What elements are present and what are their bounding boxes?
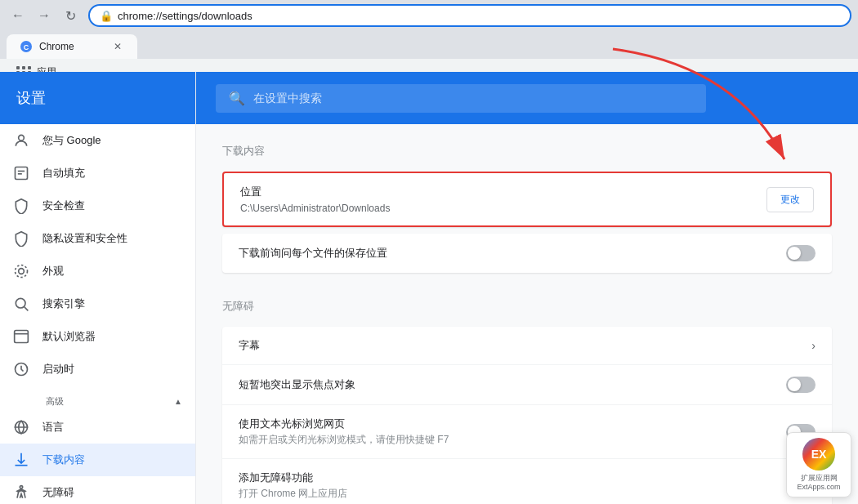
sidebar-item-accessibility[interactable]: 无障碍 [0,476,195,504]
language-icon [13,419,29,435]
highlight-toggle[interactable] [786,377,816,393]
settings-layout: 设置 您与 Google 自动填充 安全检查 [0,72,858,504]
ask-card: 下载前询问每个文件的保存位置 [222,234,832,273]
forward-button[interactable]: → [33,4,56,27]
browser-label: 默认浏览器 [42,329,96,344]
appearance-label: 外观 [42,264,64,279]
search-label: 搜索引擎 [42,297,85,311]
sidebar-item-language[interactable]: 语言 [0,411,195,444]
sidebar-item-appearance[interactable]: 外观 [0,255,195,288]
caret-sublabel: 如需开启或关闭光标浏览模式，请使用快捷键 F7 [239,433,449,447]
sidebar-header: 设置 [0,72,195,124]
settings-header: 🔍 [196,72,858,124]
svg-point-7 [16,265,28,278]
add-info: 添加无障碍功能 打开 Chrome 网上应用店 [239,471,347,501]
address-input[interactable] [118,10,840,22]
sidebar-item-downloads[interactable]: 下载内容 [0,444,195,476]
download-icon [13,452,29,468]
ext-badge-text: 扩展应用网ExtApps.com [797,474,840,492]
section-divider [222,279,832,299]
google-label: 您与 Google [42,133,101,148]
security-icon [13,198,29,214]
add-accessibility-row[interactable]: 添加无障碍功能 打开 Chrome 网上应用店 ⧉ [222,459,832,504]
browser-chrome: ← → ↻ 🔒 C Chrome ✕ [0,0,858,72]
svg-point-2 [19,135,25,140]
location-label: 位置 [240,185,766,199]
caret-row: 使用文本光标浏览网页 如需开启或关闭光标浏览模式，请使用快捷键 F7 [222,405,832,459]
accessibility-card: 字幕 › 短暂地突出显示焦点对象 使用文本光标浏览网页 如需开启或关闭光标浏览模… [222,327,832,504]
language-label: 语言 [42,420,64,435]
search-box[interactable]: 🔍 [216,84,706,113]
captions-row[interactable]: 字幕 › [222,327,832,365]
back-button[interactable]: ← [7,4,29,27]
sidebar-item-google[interactable]: 您与 Google [0,124,195,157]
accessibility-icon [13,484,29,501]
location-path: C:\Users\Administrator\Downloads [240,203,766,214]
captions-label: 字幕 [239,338,260,353]
reload-button[interactable]: ↻ [59,4,82,27]
location-row: 位置 C:\Users\Administrator\Downloads 更改 [224,173,830,225]
ext-apps-badge: EX 扩展应用网ExtApps.com [786,432,851,497]
accessibility-section-title: 无障碍 [222,299,832,314]
add-label: 添加无障碍功能 [239,471,347,485]
downloads-section-title: 下载内容 [222,144,832,158]
tab-favicon: C [20,40,33,53]
svg-point-15 [20,486,22,488]
address-bar[interactable]: 🔒 [88,4,851,27]
privacy-icon [13,230,29,247]
sidebar-title: 设置 [16,88,46,108]
highlight-row: 短暂地突出显示焦点对象 [222,365,832,405]
privacy-label: 隐私设置和安全性 [42,231,127,246]
add-sublabel: 打开 Chrome 网上应用店 [239,487,347,501]
downloads-label: 下载内容 [42,453,85,467]
tab-title: Chrome [39,41,74,52]
search-sidebar-icon [13,296,29,312]
svg-point-6 [19,269,25,274]
caret-label: 使用文本光标浏览网页 [239,417,449,431]
advanced-collapse-icon: ▲ [174,397,182,406]
sidebar-item-autofill[interactable]: 自动填充 [0,157,195,190]
sidebar: 设置 您与 Google 自动填充 安全检查 [0,72,196,504]
sidebar-item-search[interactable]: 搜索引擎 [0,288,195,320]
tab-close-button[interactable]: ✕ [111,40,124,53]
search-input[interactable] [253,91,693,105]
location-info: 位置 C:\Users\Administrator\Downloads [240,185,766,214]
content-area: 下载内容 位置 C:\Users\Administrator\Downloads… [196,124,858,504]
autofill-label: 自动填充 [42,166,85,181]
active-tab[interactable]: C Chrome ✕ [7,34,137,59]
main-content: 🔍 下载内容 位置 C:\Users\Administrator\Downloa… [196,72,858,504]
search-icon: 🔍 [229,91,245,106]
ext-badge-inner: EX 扩展应用网ExtApps.com [786,432,851,497]
svg-line-9 [25,307,29,311]
location-card: 位置 C:\Users\Administrator\Downloads 更改 [222,172,832,227]
secure-icon: 🔒 [100,10,113,22]
caret-info: 使用文本光标浏览网页 如需开启或关闭光标浏览模式，请使用快捷键 F7 [239,417,449,447]
advanced-section-label: 高级 ▲ [0,386,195,411]
svg-rect-10 [15,331,29,343]
ask-save-toggle[interactable] [786,245,816,261]
appearance-icon [13,263,29,279]
autofill-icon [13,165,29,181]
browser-icon [13,328,29,345]
security-label: 安全检查 [42,198,85,213]
sidebar-item-startup[interactable]: 启动时 [0,353,195,386]
captions-arrow-icon: › [811,339,816,352]
startup-label: 启动时 [42,362,74,377]
nav-buttons: ← → ↻ [7,4,82,27]
title-bar: ← → ↻ 🔒 [0,0,858,31]
ask-save-row: 下载前询问每个文件的保存位置 [222,234,832,273]
sidebar-item-security[interactable]: 安全检查 [0,190,195,222]
svg-point-8 [16,298,25,308]
ext-badge-logo: EX [802,438,835,471]
ask-save-label: 下载前询问每个文件的保存位置 [239,246,387,261]
sidebar-item-browser[interactable]: 默认浏览器 [0,320,195,353]
person-icon [13,132,29,149]
svg-text:C: C [24,43,29,51]
page-wrapper: ← → ↻ 🔒 C Chrome ✕ [0,0,858,504]
sidebar-item-privacy[interactable]: 隐私设置和安全性 [0,222,195,255]
highlight-label: 短暂地突出显示焦点对象 [239,377,355,392]
tab-bar: C Chrome ✕ [0,31,858,59]
accessibility-label: 无障碍 [42,485,74,500]
startup-icon [13,361,29,377]
change-button[interactable]: 更改 [766,187,814,212]
